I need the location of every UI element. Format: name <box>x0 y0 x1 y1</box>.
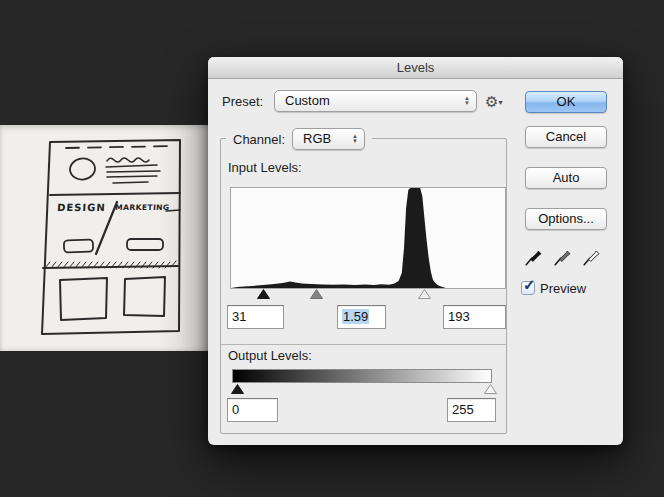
options-button[interactable]: Options... <box>525 208 607 230</box>
stepper-arrows-icon: ▲▼ <box>464 96 470 106</box>
shadow-input-field[interactable]: 31 <box>227 305 284 329</box>
dialog-titlebar[interactable]: Levels <box>208 57 623 79</box>
output-white-field[interactable]: 255 <box>447 398 496 422</box>
stepper-arrows-icon: ▲▼ <box>352 134 358 144</box>
preset-dropdown[interactable]: Custom ▲▼ <box>274 90 477 112</box>
preset-value: Custom <box>285 93 330 108</box>
sketch-frame <box>42 140 180 334</box>
preview-label: Preview <box>540 281 586 296</box>
histogram-plot <box>231 188 505 288</box>
sketch-design-label: DESIGN <box>57 202 106 213</box>
output-black-slider[interactable] <box>231 384 244 394</box>
gear-icon: ⚙ <box>485 93 498 110</box>
check-icon: ✓ <box>523 276 536 294</box>
auto-button[interactable]: Auto <box>525 167 607 189</box>
preset-options-gear-button[interactable]: ⚙▾ <box>485 91 511 115</box>
sketch-marketing-label: MARKETING <box>115 203 170 212</box>
gear-caret-icon: ▾ <box>498 98 502 107</box>
dialog-title: Levels <box>397 60 435 75</box>
sketch-circle <box>69 157 97 181</box>
white-point-eyedropper-button[interactable] <box>582 245 604 267</box>
shadow-input-slider[interactable] <box>257 289 270 299</box>
sketch-dashed-line <box>66 146 174 148</box>
wireframe-sketch: DESIGN MARKETING <box>0 125 210 351</box>
output-levels-label: Output Levels: <box>228 348 312 363</box>
gray-point-eyedropper-button[interactable] <box>553 245 575 267</box>
output-gradient-bar <box>232 369 492 383</box>
black-point-eyedropper-button[interactable] <box>524 245 546 267</box>
photoshop-workspace: DESIGN MARKETING Levels Preset: Custom ▲… <box>0 0 664 497</box>
histogram-shape <box>231 188 505 288</box>
channel-value: RGB <box>303 131 331 146</box>
gamma-input-field[interactable]: 1.59 <box>337 305 386 329</box>
selected-text: 1.59 <box>342 309 369 324</box>
sketch-divider <box>50 193 180 195</box>
highlight-input-slider[interactable] <box>418 289 431 299</box>
section-divider <box>221 344 506 345</box>
sketch-underline <box>166 210 180 211</box>
gamma-input-slider[interactable] <box>310 289 323 299</box>
sketch-image-box-right <box>124 277 165 316</box>
cancel-button[interactable]: Cancel <box>525 126 607 148</box>
preset-label: Preset: <box>222 94 263 109</box>
channel-dropdown[interactable]: RGB ▲▼ <box>292 128 365 150</box>
highlight-input-field[interactable]: 193 <box>443 305 506 329</box>
sketch-button-right <box>127 239 163 250</box>
input-levels-label: Input Levels: <box>228 160 302 175</box>
output-black-field[interactable]: 0 <box>227 398 278 422</box>
preview-checkbox[interactable]: ✓ <box>521 281 535 295</box>
channel-label: Channel: <box>233 132 285 147</box>
output-white-slider[interactable] <box>484 384 497 394</box>
sketch-squiggle <box>107 158 149 162</box>
sketch-text-lines <box>106 165 160 183</box>
sketch-image-box-left <box>60 278 107 320</box>
ok-button[interactable]: OK <box>525 91 607 113</box>
histogram <box>230 187 506 289</box>
channel-legend: Channel: RGB ▲▼ <box>226 127 372 151</box>
sketch-button-left <box>64 239 93 252</box>
levels-dialog: Levels Preset: Custom ▲▼ ⚙▾ Channel: RGB… <box>208 57 623 445</box>
